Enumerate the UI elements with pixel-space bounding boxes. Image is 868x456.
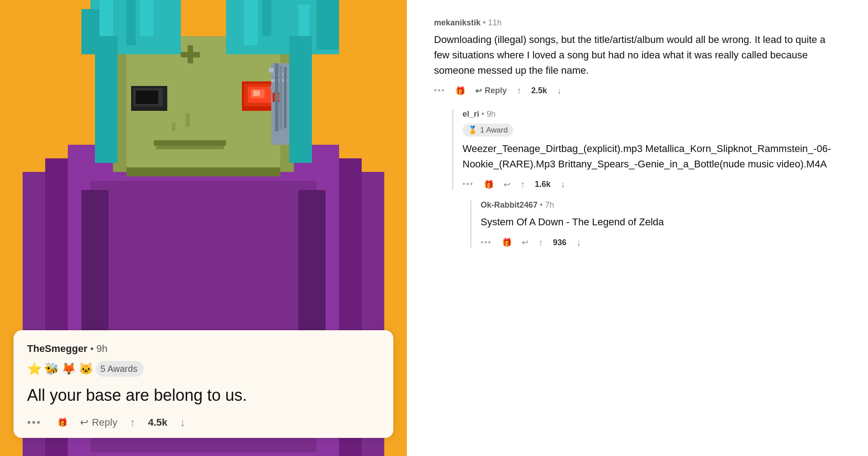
reply2-username: Ok-Rabbit2467: [481, 200, 538, 209]
comment-separator: •: [90, 343, 96, 354]
svg-rect-20: [316, 0, 339, 50]
reply1-award-icon: 🏅: [468, 125, 477, 135]
top-comment-score: 2.5k: [531, 86, 547, 95]
svg-rect-46: [156, 146, 224, 149]
top-comment-upvote[interactable]: [517, 86, 521, 96]
reply1-upvote[interactable]: [520, 179, 525, 190]
reply2-meta: Ok-Rabbit2467 • 7h: [481, 200, 841, 210]
top-comment-footer: ••• ↩ Reply 2.5k: [434, 86, 841, 96]
reply1-footer: ••• ↩ 1.6k: [462, 179, 841, 190]
reply2-separator: •: [540, 200, 545, 209]
reply1-meta: el_ri • 9h: [462, 109, 841, 119]
comment-author-header: TheSmegger • 9h: [27, 343, 380, 355]
reply1-body: Weezer_Teenage_Dirtbag_(explicit).mp3 Me…: [462, 141, 841, 172]
reply1-downvote[interactable]: [561, 179, 565, 190]
reply2-time: 7h: [545, 200, 554, 209]
svg-rect-32: [253, 90, 260, 96]
top-comment-downvote[interactable]: [557, 86, 561, 96]
reply2-downvote[interactable]: [576, 238, 581, 248]
svg-rect-40: [275, 63, 278, 131]
award-icon-1: ⭐: [27, 362, 42, 376]
nested-comment-2: Ok-Rabbit2467 • 7h System Of A Down - Th…: [470, 200, 841, 247]
reply1-award-pill: 🏅 1 Award: [462, 124, 513, 137]
reply1-gift[interactable]: [484, 180, 494, 190]
upvote-button[interactable]: ↑: [130, 416, 135, 429]
reply-button[interactable]: ↩ Reply: [80, 417, 117, 428]
svg-rect-42: [284, 67, 287, 128]
reply1-reply-icon-btn[interactable]: ↩: [504, 180, 510, 190]
comment-username: TheSmegger: [27, 343, 87, 354]
svg-rect-24: [181, 52, 200, 57]
svg-rect-44: [172, 122, 175, 131]
reply1-time: 9h: [486, 109, 495, 119]
top-reply-label: Reply: [485, 86, 507, 95]
reply2-score: 936: [553, 238, 566, 247]
top-comment-body: Downloading (illegal) songs, but the tit…: [434, 32, 841, 78]
reply1-award-text: 1 Award: [480, 126, 508, 135]
awards-badge: 5 Awards: [96, 361, 144, 377]
left-panel: TheSmegger • 9h ⭐ 🐝 🦊 🐱 5 Awards All you…: [0, 0, 407, 456]
awards-count-text: 5 Awards: [100, 364, 137, 374]
reply1-more[interactable]: •••: [462, 180, 474, 189]
reply2-footer: ••• ↩ 936: [481, 238, 841, 248]
award-icon-4: 🐱: [79, 362, 93, 376]
reply1-score: 1.6k: [535, 180, 551, 189]
svg-rect-27: [136, 90, 158, 104]
top-comment-reply[interactable]: ↩ Reply: [475, 86, 507, 96]
svg-rect-41: [279, 66, 282, 129]
svg-rect-43: [185, 113, 190, 127]
svg-rect-17: [262, 0, 271, 36]
svg-rect-19: [298, 5, 310, 36]
reply1-username: el_ri: [462, 109, 479, 119]
top-comment: mekanikstik • 11h Downloading (illegal) …: [434, 18, 841, 96]
reply2-reply-icon-btn[interactable]: ↩: [522, 238, 528, 247]
award-icon-3: 🦊: [61, 362, 76, 376]
svg-rect-18: [276, 0, 294, 41]
comment-time: 9h: [96, 343, 107, 354]
nested-comment-1: el_ri • 9h 🏅 1 Award Weezer_Teenage_Dirt…: [452, 109, 841, 190]
svg-rect-22: [289, 36, 312, 163]
more-options-dots[interactable]: •••: [27, 416, 41, 429]
top-comment-time: 11h: [488, 18, 501, 27]
reply2-upvote[interactable]: [538, 238, 543, 248]
top-comment-meta: mekanikstik • 11h: [434, 18, 841, 28]
reply2-more[interactable]: •••: [481, 238, 492, 247]
left-comment-card: TheSmegger • 9h ⭐ 🐝 🦊 🐱 5 Awards All you…: [14, 330, 393, 438]
reply-icon: ↩: [80, 417, 88, 428]
svg-rect-14: [158, 0, 167, 23]
awards-row: ⭐ 🐝 🦊 🐱 5 Awards: [27, 361, 380, 377]
top-comment-more[interactable]: •••: [434, 86, 445, 95]
svg-rect-21: [95, 36, 118, 163]
vote-count: 4.5k: [148, 417, 167, 428]
reply2-gift[interactable]: [502, 238, 512, 247]
svg-rect-45: [154, 140, 226, 146]
right-panel: mekanikstik • 11h Downloading (illegal) …: [407, 0, 868, 456]
gift-button[interactable]: 🎁: [57, 418, 67, 428]
top-reply-icon: ↩: [475, 86, 482, 96]
comment-actions-bar: ••• 🎁 ↩ Reply ↑ 4.5k ↓: [27, 416, 380, 429]
reply1-separator: •: [481, 109, 486, 119]
svg-rect-48: [127, 167, 280, 176]
svg-rect-16: [244, 0, 258, 45]
svg-rect-10: [99, 0, 113, 36]
downvote-button[interactable]: ↓: [180, 416, 185, 429]
comment-body-text: All your base are belong to us.: [27, 385, 380, 406]
award-icon-2: 🐝: [44, 362, 59, 376]
svg-rect-12: [127, 0, 136, 45]
reply-label: Reply: [92, 417, 117, 428]
top-comment-separator: •: [483, 18, 488, 27]
top-comment-username: mekanikstik: [434, 18, 481, 27]
top-comment-gift[interactable]: [455, 86, 465, 96]
svg-rect-13: [140, 0, 154, 36]
svg-rect-34: [269, 68, 274, 72]
reply2-body: System Of A Down - The Legend of Zelda: [481, 214, 841, 230]
